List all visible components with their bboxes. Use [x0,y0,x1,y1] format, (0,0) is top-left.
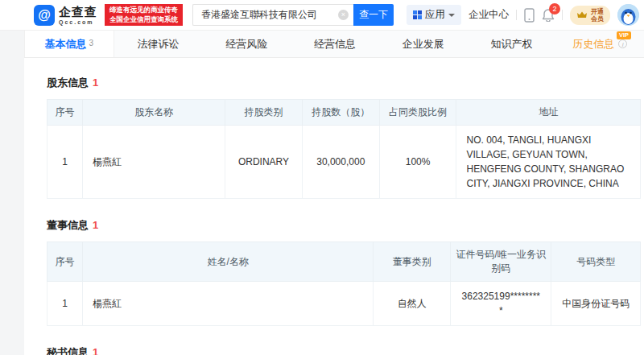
table-row: 1 楊燕紅 ORDINARY 30,000,000 100% NO. 004, … [47,126,641,199]
shareholders-section: 股东信息1 序号 股东名称 持股类别 持股数（股） 占同类股比例 地址 1 楊 [47,76,641,199]
user-avatar[interactable] [617,4,639,26]
search-box: × 查一下 [192,4,394,26]
search-button[interactable]: 查一下 [353,4,394,26]
notifications-button[interactable]: 2 [542,8,555,22]
phone-icon [524,8,535,23]
cell-id-type: 中国身份证号码 [551,282,641,326]
col-header-no: 序号 [47,242,83,282]
col-header-id-number: 证件号码/唯一业务识别码 [451,242,551,282]
col-header-shares: 持股数（股） [302,100,379,126]
col-header-share-class: 持股类别 [225,100,303,126]
vip-crown-icon [576,10,588,19]
enterprise-center-link[interactable]: 企业中心 [469,8,509,22]
cell-shareholder-name: 楊燕紅 [83,126,225,199]
search-input[interactable] [192,4,353,26]
vip-line-2: 会员 [591,15,604,23]
apps-label: 应用 [425,8,445,22]
mobile-app-button[interactable] [524,8,535,23]
directors-count: 1 [93,219,98,231]
shareholders-table: 序号 股东名称 持股类别 持股数（股） 占同类股比例 地址 1 楊燕紅 ORDI… [47,99,641,199]
tab-legal-litigation-label: 法律诉讼 [138,37,180,52]
cell-share-class: ORDINARY [225,126,303,199]
secretaries-section: 秘书信息1 序号 姓名/名称 秘书类别 证件号码/唯一业务识别码 号码类型 地址… [47,345,641,355]
col-header-address: 地址 [456,100,641,126]
col-header-director-type: 董事类别 [374,242,451,282]
qcc-logo-icon: @ [34,5,55,26]
nav-divider [516,10,517,20]
brand-tagline: 缔造有远见的商业传奇 全国企业信用查询系统 [105,4,183,26]
shareholders-count: 1 [93,76,98,89]
cell-address: NO. 004, TANGLI, HUANGXI VILLAGE, GEYUAN… [456,126,641,199]
cell-director-type: 自然人 [374,282,451,326]
table-header-row: 序号 姓名/名称 董事类别 证件号码/唯一业务识别码 号码类型 [47,242,641,282]
qcc-logo-text: 企查查 Qcc.com [59,6,97,25]
directors-title-text: 董事信息 [47,219,89,231]
cell-id-number: 362325199********* [451,282,551,326]
table-row: 1 楊燕紅 自然人 362325199********* 中国身份证号码 [47,282,641,326]
tab-history-info-label: 历史信息 [572,37,614,52]
col-header-shareholder-name: 股东名称 [83,100,225,126]
shareholders-title-text: 股东信息 [47,76,89,89]
vip-upgrade-label: 开通 会员 [591,8,604,23]
avatar-penguin-icon [617,4,639,26]
tab-basic-info[interactable]: 基本信息 3 [24,31,114,57]
brand-name: 企查查 [59,6,97,18]
cell-ratio: 100% [379,126,456,199]
col-header-no: 序号 [47,100,83,126]
nav-divider [562,10,563,20]
tab-legal-litigation[interactable]: 法律诉讼 [114,31,203,57]
tab-basic-info-count: 3 [89,39,94,47]
directors-section: 董事信息1 序号 姓名/名称 董事类别 证件号码/唯一业务识别码 号码类型 1 … [47,218,641,326]
basic-info-content: 股东信息1 序号 股东名称 持股类别 持股数（股） 占同类股比例 地址 1 楊 [24,58,644,355]
tab-basic-info-label: 基本信息 [45,37,87,52]
search-clear-icon[interactable]: × [338,10,349,20]
chevron-down-icon [448,14,455,17]
cell-no: 1 [47,282,83,326]
company-detail-card: 基本信息 3 法律诉讼 经营风险 经营信息 企业发展 知识产权 VIP 历史信息… [24,31,644,355]
tab-operation-risk[interactable]: 经营风险 [202,31,291,57]
tab-operation-info[interactable]: 经营信息 [291,31,379,57]
apps-grid-icon [413,10,422,19]
tab-operation-info-label: 经营信息 [314,37,356,52]
info-icon: i [618,39,627,48]
table-header-row: 序号 股东名称 持股类别 持股数（股） 占同类股比例 地址 [47,100,641,126]
secretaries-count: 1 [93,346,98,355]
shareholders-section-title: 股东信息1 [47,76,641,90]
directors-section-title: 董事信息1 [47,218,641,233]
col-header-ratio: 占同类股比例 [379,100,456,126]
cell-no: 1 [47,126,83,199]
directors-table: 序号 姓名/名称 董事类别 证件号码/唯一业务识别码 号码类型 1 楊燕紅 自然… [47,241,641,326]
vip-badge: VIP [617,31,631,39]
vip-upgrade-button[interactable]: 开通 会员 [570,6,610,25]
notification-badge: 2 [549,3,560,14]
vip-line-1: 开通 [591,8,604,15]
top-bar: @ 企查查 Qcc.com 缔造有远见的商业传奇 全国企业信用查询系统 × 查一… [0,0,644,31]
brand-domain: Qcc.com [59,19,97,25]
tagline-line-1: 缔造有远见的商业传奇 [109,6,178,15]
tab-bar: 基本信息 3 法律诉讼 经营风险 经营信息 企业发展 知识产权 VIP 历史信息… [24,31,644,58]
tab-operation-risk-label: 经营风险 [225,37,267,52]
secretaries-section-title: 秘书信息1 [47,345,641,355]
apps-menu-button[interactable]: 应用 [407,5,461,25]
tagline-line-2: 全国企业信用查询系统 [109,15,178,25]
tab-intellectual-property-label: 知识产权 [490,37,532,52]
top-nav: 应用 企业中心 2 开通 会员 [407,4,639,26]
tab-history-info[interactable]: VIP 历史信息 i [555,31,644,57]
cell-director-name: 楊燕紅 [83,282,374,326]
secretaries-title-text: 秘书信息 [47,346,89,355]
tab-company-development[interactable]: 企业发展 [379,31,468,57]
tab-intellectual-property[interactable]: 知识产权 [468,31,556,57]
col-header-id-type: 号码类型 [551,242,641,282]
cell-shares: 30,000,000 [302,126,379,199]
tab-company-development-label: 企业发展 [402,37,444,52]
qcc-logo[interactable]: @ 企查查 Qcc.com 缔造有远见的商业传奇 全国企业信用查询系统 [34,4,183,26]
col-header-director-name: 姓名/名称 [83,242,374,282]
